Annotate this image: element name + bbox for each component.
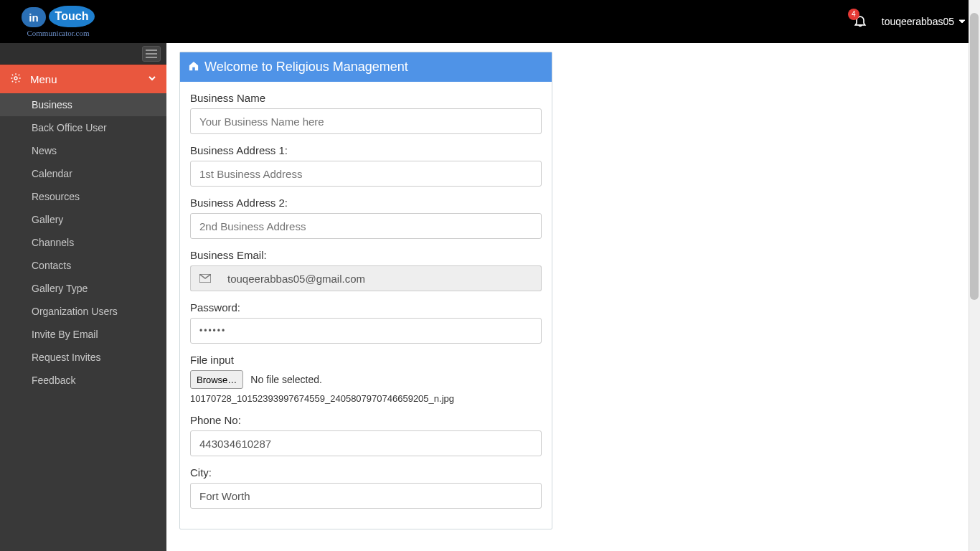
chevron-down-icon xyxy=(148,73,156,85)
sidebar-item-contacts[interactable]: Contacts xyxy=(0,254,166,277)
sidebar-item-invite-by-email[interactable]: Invite By Email xyxy=(0,323,166,346)
sidebar-item-organization-users[interactable]: Organization Users xyxy=(0,300,166,323)
menu-list: BusinessBack Office UserNewsCalendarReso… xyxy=(0,93,166,392)
email-value: touqeerabbas05@gmail.com xyxy=(219,265,542,291)
sidebar-item-request-invites[interactable]: Request Invites xyxy=(0,346,166,369)
sidebar-item-business[interactable]: Business xyxy=(0,93,166,116)
sidebar: Menu BusinessBack Office UserNewsCalenda… xyxy=(0,43,166,551)
svg-point-0 xyxy=(14,77,17,80)
chevron-down-icon xyxy=(958,16,966,27)
city-input[interactable] xyxy=(190,483,542,509)
city-label: City: xyxy=(190,466,542,479)
address1-label: Business Address 1: xyxy=(190,144,542,156)
logo-touch-bubble: Touch xyxy=(49,6,95,27)
content-area: Welcome to Religious Management Business… xyxy=(166,43,980,551)
notifications-button[interactable]: 4 xyxy=(853,14,867,30)
browse-button[interactable]: Browse… xyxy=(190,370,243,389)
logo[interactable]: in Touch Communicator.com xyxy=(22,6,95,37)
scrollbar[interactable] xyxy=(969,0,980,551)
panel: Welcome to Religious Management Business… xyxy=(179,52,552,529)
sidebar-item-gallery[interactable]: Gallery xyxy=(0,208,166,231)
address2-label: Business Address 2: xyxy=(190,197,542,209)
gear-icon xyxy=(10,72,22,86)
sidebar-item-feedback[interactable]: Feedback xyxy=(0,369,166,392)
logo-subtitle: Communicator.com xyxy=(27,29,89,37)
sidebar-item-resources[interactable]: Resources xyxy=(0,185,166,208)
sidebar-item-news[interactable]: News xyxy=(0,139,166,162)
email-label: Business Email: xyxy=(190,249,542,261)
phone-input[interactable] xyxy=(190,430,542,456)
sidebar-toggle-button[interactable] xyxy=(142,46,161,62)
panel-title: Welcome to Religious Management xyxy=(204,60,408,75)
home-icon xyxy=(189,60,199,75)
sidebar-item-channels[interactable]: Channels xyxy=(0,231,166,254)
sidebar-item-gallery-type[interactable]: Gallery Type xyxy=(0,277,166,300)
panel-header: Welcome to Religious Management xyxy=(180,52,552,82)
sidebar-item-calendar[interactable]: Calendar xyxy=(0,162,166,185)
menu-header[interactable]: Menu xyxy=(0,65,166,93)
menu-header-label: Menu xyxy=(30,73,148,85)
address2-input[interactable] xyxy=(190,213,542,239)
user-menu[interactable]: touqeerabbas05 xyxy=(882,16,966,27)
phone-label: Phone No: xyxy=(190,414,542,426)
sidebar-item-back-office-user[interactable]: Back Office User xyxy=(0,116,166,139)
password-input[interactable] xyxy=(190,318,542,344)
file-label: File input xyxy=(190,354,542,366)
envelope-icon xyxy=(190,265,219,291)
business-name-input[interactable] xyxy=(190,108,542,134)
business-name-label: Business Name xyxy=(190,92,542,104)
file-name: 10170728_10152393997674559_2405807970746… xyxy=(190,393,542,404)
username-label: touqeerabbas05 xyxy=(882,16,954,27)
sidebar-topstrip xyxy=(0,43,166,65)
password-label: Password: xyxy=(190,301,542,314)
file-status: No file selected. xyxy=(250,374,322,385)
top-bar: in Touch Communicator.com 4 touqeerabbas… xyxy=(0,0,980,43)
bell-icon xyxy=(853,19,867,30)
scrollbar-thumb[interactable] xyxy=(970,13,979,300)
panel-body: Business Name Business Address 1: Busine… xyxy=(180,82,552,529)
logo-in-bubble: in xyxy=(22,7,46,27)
notification-badge: 4 xyxy=(848,9,859,20)
address1-input[interactable] xyxy=(190,161,542,187)
